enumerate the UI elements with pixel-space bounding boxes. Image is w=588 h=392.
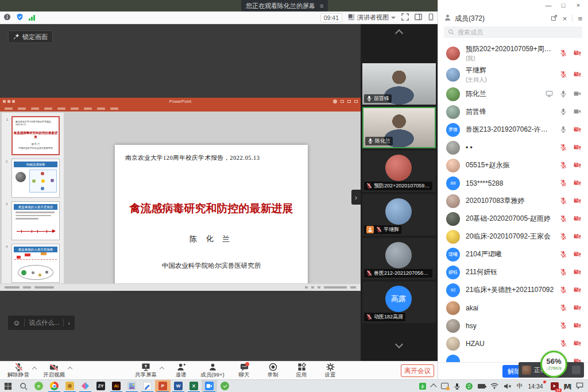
mic-icon[interactable] [560, 125, 567, 135]
mic-icon[interactable] [560, 249, 567, 260]
camera-icon[interactable] [574, 178, 581, 189]
slide-thumbnail-4[interactable]: 4最受重视的人兽共患病毒 [11, 244, 60, 283]
camera-icon[interactable] [574, 196, 581, 206]
mic-icon[interactable] [560, 107, 567, 117]
taskbar-app-chrome[interactable] [47, 380, 62, 392]
taskbar-app-start[interactable] [0, 380, 16, 392]
camera-icon[interactable] [574, 321, 581, 331]
mic-icon[interactable] [560, 214, 567, 224]
camera-icon[interactable] [574, 48, 581, 59]
member-row[interactable]: 预防202+2020107059+周孝蕊 (我) [438, 43, 588, 64]
mic-icon[interactable] [560, 48, 567, 59]
member-row[interactable]: 平继辉 (主持人) [438, 64, 588, 85]
panel-menu-icon[interactable]: ≡ [578, 14, 582, 23]
toolbar-expand-chevron[interactable] [32, 366, 37, 371]
toolbar-invite-button[interactable]: 邀请 [169, 362, 193, 380]
popout-panel-icon[interactable] [551, 13, 558, 24]
chat-input-placeholder[interactable]: 说点什么... [29, 318, 59, 327]
scroll-videos-down-icon[interactable] [396, 341, 403, 348]
mic-icon[interactable] [560, 267, 567, 278]
camera-icon[interactable] [574, 267, 581, 278]
video-tile[interactable]: 平继辉 [362, 194, 436, 236]
slide-thumbnail-3[interactable]: 3最受重视的人兽共患病原 [11, 201, 60, 240]
member-row[interactable]: 妍钰 211何妍钰 [438, 263, 588, 281]
sidebar-toggle-icon[interactable] [415, 13, 422, 23]
member-search-input[interactable]: 搜索成员 [444, 26, 582, 38]
taskbar-app-browser-360[interactable]: e [31, 380, 47, 392]
tray-volume-muted-icon[interactable] [504, 383, 512, 390]
mic-icon[interactable] [560, 285, 567, 295]
tray-capture-icon[interactable] [441, 383, 448, 389]
toolbar-member-button[interactable]: 成员(99+) [198, 362, 227, 380]
video-tile[interactable]: 预防202+2020107059+周... [362, 151, 436, 192]
video-tile[interactable]: 高露 动医182高露 [362, 282, 436, 323]
toolbar-expand-chevron[interactable] [160, 366, 164, 371]
maximize-button[interactable]: □ [557, 0, 570, 10]
toolbar-chat-button[interactable]: 聊天 [232, 362, 256, 380]
slide-thumbnail-1[interactable]: 1南京农业大学120周年校庆学术报告，2022.05.13 禽流感病毒研究和防控… [11, 116, 60, 155]
tray-video-app-icon[interactable]: 14 [551, 382, 559, 390]
camera-icon[interactable] [574, 107, 581, 117]
camera-icon[interactable] [574, 356, 581, 363]
taskbar-app-pen[interactable] [140, 380, 155, 392]
fullscreen-icon[interactable] [401, 13, 409, 23]
ppt-ribbon-tabs[interactable] [0, 105, 361, 112]
camera-icon[interactable] [574, 232, 581, 242]
mic-icon[interactable] [560, 232, 567, 242]
member-row[interactable]: 2020107083章雅婷 [438, 192, 588, 210]
toolbar-mic-muted-button[interactable]: 解除静音 [3, 362, 33, 380]
toolbar-apps-button[interactable]: 应用 [289, 362, 314, 380]
security-shield-icon[interactable] [16, 13, 24, 23]
slide-thumbnail-2[interactable]: 2动物流感病毒 [11, 159, 60, 198]
mic-icon[interactable] [560, 143, 567, 153]
taskbar-app-excel[interactable]: X [186, 380, 202, 392]
camera-icon[interactable] [574, 125, 581, 135]
member-row[interactable]: hsy [438, 317, 588, 335]
meeting-info-icon[interactable] [3, 13, 11, 23]
view-mode-selector[interactable]: 演讲者视图 [348, 13, 396, 22]
pin-view-button[interactable]: 锁定画面 [8, 30, 53, 43]
taskbar-app-huya[interactable] [62, 380, 78, 392]
system-monitor-ball[interactable]: 56% ↓276K/s [540, 351, 567, 378]
camera-icon[interactable] [574, 339, 581, 349]
tray-battery-icon[interactable] [478, 384, 485, 389]
video-tile[interactable]: 陈化兰 [362, 107, 436, 148]
tray-sync-icon[interactable] [466, 383, 473, 390]
taskbar-app-wechat[interactable] [217, 380, 233, 392]
collapse-videos-icon[interactable] [396, 29, 403, 36]
leave-meeting-button[interactable]: 离开会议 [401, 364, 434, 377]
mic-icon[interactable] [560, 178, 567, 189]
chat-collapse-icon[interactable]: ‹ [68, 320, 70, 326]
member-row[interactable]: 88 153****5288 [438, 174, 588, 192]
mic-icon[interactable] [560, 160, 567, 171]
video-tile[interactable]: 苗晋锋 [362, 63, 436, 105]
taskbar-app-search[interactable] [16, 380, 31, 392]
minimize-button[interactable]: — [542, 0, 555, 10]
taskbar-app-kite[interactable] [78, 380, 93, 392]
member-row[interactable]: 梦微 兽医213-2019207062-许梦微 [438, 121, 588, 139]
tray-usb-icon[interactable] [419, 383, 426, 390]
close-button[interactable]: × [572, 0, 585, 10]
camera-icon[interactable] [574, 70, 581, 80]
mic-icon[interactable] [560, 70, 567, 80]
toolbar-expand-chevron[interactable] [68, 366, 72, 371]
mic-icon[interactable] [560, 196, 567, 206]
tray-wifi-icon[interactable] [490, 383, 498, 389]
toolbar-share-button[interactable]: 共享屏幕 [131, 362, 161, 380]
taskbar-app-meeting[interactable] [202, 380, 217, 392]
member-row[interactable]: 20基础-2020207005-赵雨婷 [438, 210, 588, 228]
member-row[interactable]: HZAU [438, 335, 588, 352]
camera-icon[interactable] [574, 89, 581, 99]
banner-menu-icon[interactable]: ≡ [320, 2, 323, 9]
taskbar-app-powerpoint[interactable]: P [155, 380, 171, 392]
member-row[interactable]: 陈化兰 [438, 85, 588, 103]
taskbar-app-illustrator[interactable]: Ai [109, 380, 124, 392]
member-row[interactable]: • • [438, 139, 588, 156]
toolbar-gear-button[interactable]: 设置 [318, 362, 342, 380]
member-row[interactable]: 苗晋锋 [438, 103, 588, 121]
emoji-icon[interactable]: ☺ [13, 318, 20, 327]
toolbar-cam-off-button[interactable]: 开启视频 [39, 362, 69, 380]
mic-icon[interactable] [560, 89, 567, 99]
tray-hidden-chevron-icon[interactable] [431, 383, 436, 389]
camera-icon[interactable] [574, 303, 581, 313]
